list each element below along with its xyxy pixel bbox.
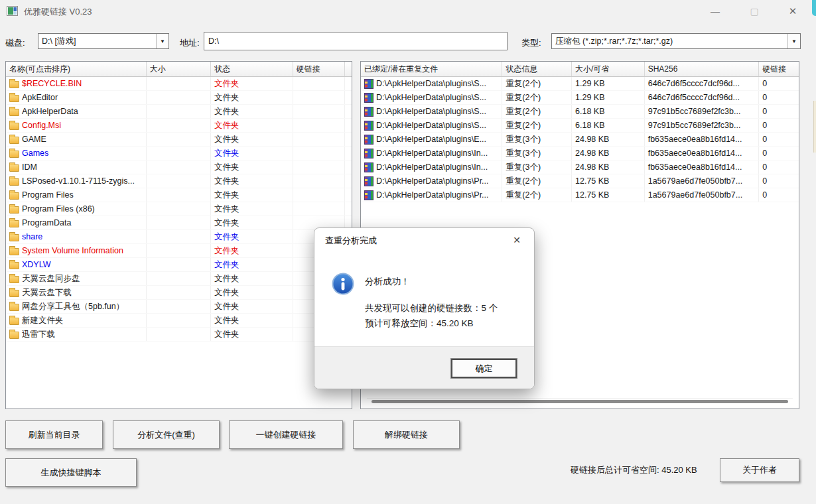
filler-cell	[345, 188, 352, 202]
refresh-button[interactable]: 刷新当前目录	[5, 420, 103, 449]
table-row[interactable]: D:\ApkHelperData\plugins\S...重复(2个)6.18 …	[361, 105, 799, 119]
table-row[interactable]: 迅雷下载文件夹	[6, 328, 352, 342]
status-cell: 文件夹	[211, 188, 293, 202]
folder-name-cell: 天翼云盘同步盘	[6, 272, 147, 285]
column-header[interactable]: 名称(可点击排序)	[6, 62, 147, 76]
table-row[interactable]: D:\ApkHelperData\plugins\S...重复(2个)1.29 …	[361, 77, 799, 91]
table-row[interactable]: ProgramData文件夹	[6, 216, 352, 230]
sha256-cell: 1a5679ae6d7fe050bfb7...	[645, 188, 759, 202]
dup-status-cell: 重复(2个)	[502, 91, 572, 104]
dialog-close-icon[interactable]: ✕	[509, 232, 525, 248]
file-path-cell: D:\ApkHelperData\plugins\Pr...	[361, 188, 502, 202]
column-header[interactable]: 大小	[147, 62, 211, 76]
folder-icon	[9, 304, 19, 311]
size-cell: 12.75 KB	[572, 174, 645, 188]
table-row[interactable]: ApkEditor文件夹	[6, 91, 352, 105]
table-row[interactable]: XDYLW文件夹	[6, 258, 352, 272]
left-rows: $RECYCLE.BIN文件夹ApkEditor文件夹ApkHelperData…	[6, 77, 352, 342]
disk-label: 磁盘:	[5, 37, 25, 49]
chevron-down-icon[interactable]: ▼	[787, 34, 800, 48]
folder-name: Games	[22, 147, 48, 160]
analyze-button[interactable]: 分析文件(查重)	[113, 420, 220, 449]
size-cell	[147, 328, 211, 341]
size-cell	[147, 77, 211, 90]
column-header[interactable]: 已绑定/潜在重复文件	[361, 62, 502, 76]
gen-script-button[interactable]: 生成快捷键脚本	[5, 458, 137, 487]
table-row[interactable]: D:\ApkHelperData\plugins\S...重复(2个)1.29 …	[361, 91, 799, 105]
links-cell: 0	[759, 133, 799, 146]
table-row[interactable]: D:\ApkHelperData\plugins\S...重复(2个)6.18 …	[361, 119, 799, 133]
table-row[interactable]: Program Files文件夹	[6, 188, 352, 202]
table-row[interactable]: Games文件夹	[6, 147, 352, 160]
type-select[interactable]: 压缩包 (*.zip;*.rar;*.7z;*.tar;*.gz) ▼	[551, 33, 801, 49]
status-cell: 文件夹	[211, 77, 293, 90]
column-header[interactable]: 硬链接	[759, 62, 799, 76]
file-path-cell: D:\ApkHelperData\plugins\In...	[361, 147, 502, 160]
about-button[interactable]: 关于作者	[720, 458, 799, 482]
minimize-button[interactable]: —	[700, 0, 730, 23]
table-row[interactable]: IDM文件夹	[6, 160, 352, 174]
folder-icon	[9, 81, 19, 88]
folder-icon	[9, 95, 19, 102]
table-row[interactable]: D:\ApkHelperData\plugins\Pr...重复(2个)12.7…	[361, 174, 799, 188]
unbind-links-button[interactable]: 解绑硬链接	[353, 420, 460, 449]
file-path: D:\ApkHelperData\plugins\S...	[376, 77, 486, 90]
folder-name-cell: System Volume Information	[6, 244, 147, 257]
column-header[interactable]: 大小/可省	[572, 62, 645, 76]
size-cell: 1.29 KB	[572, 77, 645, 90]
table-row[interactable]: Config.Msi文件夹	[6, 119, 352, 133]
column-header[interactable]: 状态	[211, 62, 293, 76]
table-row[interactable]: share文件夹	[6, 230, 352, 244]
folder-name: ApkHelperData	[22, 105, 78, 118]
table-row[interactable]: System Volume Information文件夹	[6, 244, 352, 258]
address-input[interactable]: D:\	[204, 32, 508, 50]
file-path-cell: D:\ApkHelperData\plugins\E...	[361, 133, 502, 146]
links-cell	[293, 174, 345, 188]
filler-cell	[345, 77, 352, 90]
table-row[interactable]: D:\ApkHelperData\plugins\E...重复(3个)24.98…	[361, 133, 799, 147]
archive-icon	[364, 149, 374, 158]
folder-list-panel: 名称(可点击排序)大小状态硬链接 $RECYCLE.BIN文件夹ApkEdito…	[5, 61, 352, 409]
disk-select[interactable]: D:\ [游戏] ▼	[38, 33, 169, 49]
table-row[interactable]: 天翼云盘同步盘文件夹	[6, 272, 352, 286]
links-cell	[293, 202, 345, 216]
table-row[interactable]: D:\ApkHelperData\plugins\Pr...重复(2个)12.7…	[361, 188, 799, 202]
folder-icon	[9, 206, 19, 214]
info-icon	[332, 273, 354, 295]
folder-icon	[9, 109, 19, 116]
status-cell: 文件夹	[211, 147, 293, 160]
table-row[interactable]: 网盘分享工具包（5pb.fun）文件夹	[6, 300, 352, 314]
column-header[interactable]: 硬链接	[293, 62, 345, 76]
table-row[interactable]: GAME文件夹	[6, 133, 352, 147]
close-button[interactable]: ✕	[778, 0, 808, 23]
folder-name-cell: 天翼云盘下载	[6, 286, 147, 299]
table-row[interactable]: D:\ApkHelperData\plugins\In...重复(3个)24.9…	[361, 147, 799, 160]
status-cell: 文件夹	[211, 286, 293, 299]
folder-icon	[9, 164, 19, 172]
dup-status-cell: 重复(3个)	[502, 147, 572, 160]
table-row[interactable]: LSPosed-v1.10.1-7115-zygis...文件夹	[6, 174, 352, 188]
table-row[interactable]: D:\ApkHelperData\plugins\In...重复(3个)24.9…	[361, 160, 799, 174]
dialog-message: 分析成功！	[365, 276, 410, 288]
horizontal-scrollbar[interactable]	[367, 398, 793, 404]
table-row[interactable]: 天翼云盘下载文件夹	[6, 286, 352, 300]
status-cell: 文件夹	[211, 272, 293, 285]
table-row[interactable]: Program Files (x86)文件夹	[6, 202, 352, 216]
create-links-button[interactable]: 一键创建硬链接	[229, 420, 343, 449]
archive-icon	[364, 190, 374, 200]
scrollbar-thumb[interactable]	[372, 400, 788, 403]
column-header[interactable]: 状态信息	[502, 62, 572, 76]
table-row[interactable]: 新建文件夹文件夹	[6, 314, 352, 328]
maximize-button[interactable]: ▢	[739, 0, 770, 23]
links-cell: 0	[759, 119, 799, 132]
folder-name: Program Files	[22, 188, 74, 202]
table-row[interactable]: $RECYCLE.BIN文件夹	[6, 77, 352, 91]
links-cell	[293, 188, 345, 202]
column-header[interactable]: SHA256	[645, 62, 759, 76]
links-cell	[293, 147, 345, 160]
size-cell	[147, 133, 211, 146]
table-row[interactable]: ApkHelperData文件夹	[6, 105, 352, 119]
ok-button[interactable]: 确定	[450, 358, 517, 379]
chevron-down-icon[interactable]: ▼	[156, 34, 169, 48]
folder-name: Program Files (x86)	[22, 202, 95, 216]
